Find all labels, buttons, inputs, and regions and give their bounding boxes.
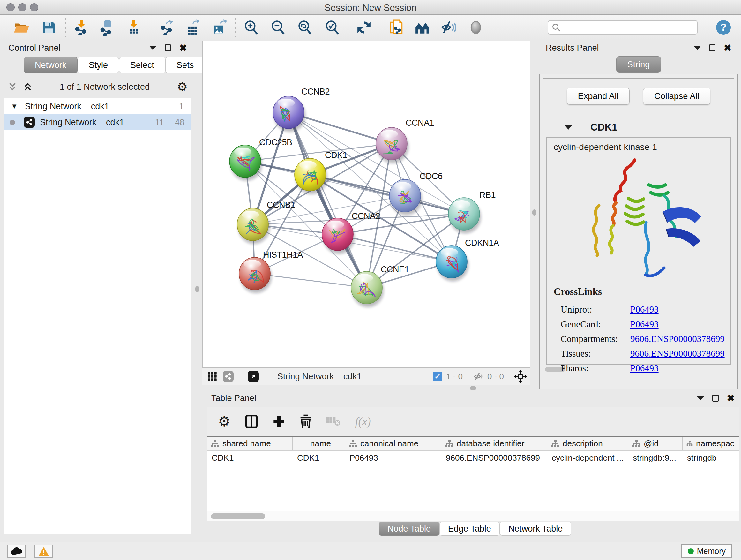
tab-select[interactable]: Select — [119, 57, 165, 73]
open-session-button[interactable] — [13, 19, 29, 36]
export-image-button[interactable] — [211, 19, 227, 36]
crosslink-link[interactable]: 9606.ENSP00000378699 — [630, 334, 725, 344]
warning-icon — [38, 547, 49, 556]
crosslink-link[interactable]: 9606.ENSP00000378699 — [630, 348, 725, 359]
network-node[interactable]: RB1 — [448, 190, 495, 233]
right-splitter-handle[interactable] — [532, 209, 536, 215]
table-horizontal-scrollbar[interactable] — [207, 511, 739, 521]
export-network-button[interactable] — [158, 19, 174, 36]
crosslink-link[interactable]: P06493 — [630, 304, 659, 315]
first-neighbors-button[interactable] — [414, 19, 430, 36]
import-network-from-database-button[interactable] — [99, 19, 115, 36]
bottom-splitter-handle[interactable] — [470, 386, 476, 390]
float-panel-icon[interactable] — [712, 395, 719, 401]
panel-menu-icon[interactable] — [694, 46, 701, 50]
network-node[interactable]: CDKN1A — [436, 238, 499, 281]
export-image-icon — [211, 19, 227, 36]
column-header[interactable]: @id — [628, 437, 683, 450]
network-selection-status: 1 of 1 Network selected — [32, 82, 177, 92]
panel-menu-icon[interactable] — [149, 46, 156, 50]
zoom-selected-icon — [324, 19, 340, 36]
selected-checkbox-icon[interactable]: ✓ — [433, 372, 442, 381]
help-button[interactable]: ? — [716, 20, 731, 35]
birds-eye-view-icon[interactable] — [248, 371, 259, 382]
network-row[interactable]: String Network – cdk1 11 48 — [4, 114, 191, 130]
pan-crosshair-icon[interactable] — [514, 370, 527, 383]
float-panel-icon[interactable] — [165, 44, 171, 51]
float-panel-icon[interactable] — [709, 44, 716, 51]
delete-column-trash-icon[interactable] — [300, 415, 312, 428]
crosslink-link[interactable]: P06493 — [630, 319, 659, 329]
zoom-fit-button[interactable] — [297, 19, 313, 36]
network-view[interactable]: CCNB2CCNA1CDC25BCDK1CDC6RB1CCNB1CCNA2CDK… — [202, 41, 530, 368]
show-all-button[interactable] — [468, 19, 484, 36]
column-header[interactable]: name — [293, 437, 345, 450]
apply-layout-button[interactable] — [356, 19, 372, 36]
gene-section-header[interactable]: CDK1 — [543, 118, 734, 137]
column-header[interactable]: namespac — [683, 437, 734, 450]
network-edge-count: 48 — [175, 118, 185, 127]
network-node[interactable]: CDK1 — [294, 150, 347, 194]
collapse-all-button[interactable]: Collapse All — [643, 88, 711, 105]
gene-collapse-icon[interactable] — [565, 125, 572, 130]
create-column-plus-icon[interactable] — [273, 415, 285, 428]
show-columns-icon[interactable] — [245, 415, 258, 428]
toolbar-search-input[interactable] — [548, 20, 697, 35]
string-view-icon[interactable] — [223, 371, 233, 382]
close-panel-icon[interactable]: ✖ — [179, 44, 187, 53]
tab-network-table[interactable]: Network Table — [500, 522, 571, 536]
table-options-gear-icon[interactable]: ⚙ — [218, 415, 230, 428]
close-panel-icon[interactable]: ✖ — [727, 394, 735, 403]
network-node[interactable]: CDC6 — [389, 172, 443, 215]
column-header[interactable]: database identifier — [441, 437, 547, 450]
network-documents-icon — [389, 19, 405, 36]
export-table-button[interactable] — [185, 19, 200, 36]
annotations-button[interactable] — [389, 19, 405, 36]
tab-edge-table[interactable]: Edge Table — [440, 522, 500, 536]
network-options-gear-icon[interactable]: ⚙ — [177, 81, 188, 93]
network-node[interactable]: CCNA1 — [376, 118, 434, 163]
tab-style[interactable]: Style — [77, 57, 119, 73]
panel-menu-icon[interactable] — [697, 396, 704, 400]
hide-selected-button[interactable] — [441, 19, 456, 36]
crosslink-link[interactable]: P06493 — [630, 363, 659, 374]
tab-network[interactable]: Network — [23, 57, 77, 73]
zoom-out-icon — [270, 19, 286, 36]
network-node[interactable]: HIST1H1A — [239, 250, 303, 293]
network-node[interactable]: CCNB1 — [237, 200, 295, 244]
network-node[interactable]: CCNB2 — [273, 87, 330, 132]
left-splitter-handle[interactable] — [195, 286, 199, 292]
grid-view-icon[interactable] — [207, 372, 217, 381]
table-toolbar: ⚙ f(x) — [207, 407, 739, 436]
node-label: CDC6 — [420, 172, 443, 181]
import-network-button[interactable] — [73, 19, 89, 36]
node-label: CDKN1A — [465, 238, 499, 248]
zoom-selected-button[interactable] — [324, 19, 340, 36]
network-canvas[interactable]: CCNB2CCNA1CDC25BCDK1CDC6RB1CCNB1CCNA2CDK… — [203, 41, 530, 368]
collection-count: 1 — [179, 102, 184, 111]
expand-all-button[interactable]: Expand All — [567, 88, 630, 105]
memory-button[interactable]: Memory — [681, 544, 732, 558]
network-edge — [288, 112, 367, 288]
export-table-icon — [185, 19, 200, 36]
column-header[interactable]: shared name — [207, 437, 293, 450]
tab-string[interactable]: String — [616, 56, 661, 73]
tab-node-table[interactable]: Node Table — [379, 522, 440, 536]
network-collection-row[interactable]: ▼ String Network – cdk1 1 — [4, 98, 191, 114]
column-header[interactable]: canonical name — [345, 437, 441, 450]
zoom-in-button[interactable] — [243, 19, 259, 36]
cloud-status-button[interactable] — [7, 545, 25, 558]
column-header[interactable]: description — [547, 437, 628, 450]
warnings-button[interactable] — [35, 545, 53, 558]
cloud-icon — [10, 547, 22, 556]
expand-all-networks-icon[interactable] — [23, 82, 32, 92]
tab-sets[interactable]: Sets — [165, 57, 205, 73]
scrollbar-thumb[interactable] — [211, 513, 265, 519]
save-session-button[interactable] — [41, 19, 57, 36]
close-panel-icon[interactable]: ✖ — [724, 44, 731, 53]
table-row[interactable]: CDK1 CDK1 P06493 9606.ENSP00000378699 cy… — [207, 451, 739, 465]
collection-expand-icon[interactable]: ▼ — [11, 102, 18, 111]
collapse-all-networks-icon[interactable] — [8, 82, 17, 92]
zoom-out-button[interactable] — [270, 19, 286, 36]
import-table-button[interactable] — [126, 19, 142, 36]
